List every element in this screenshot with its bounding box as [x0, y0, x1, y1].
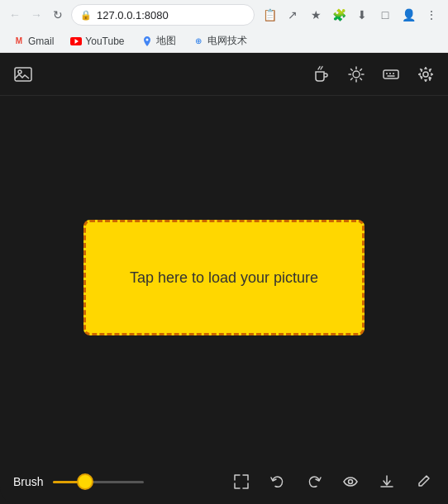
share-button[interactable]: ↗ [283, 5, 303, 25]
toolbar-right [312, 65, 435, 83]
image-icon[interactable] [13, 64, 33, 84]
svg-line-12 [360, 69, 362, 70]
bookmarks-bar: M Gmail YouTube 地图 ⊕ 电网技术 [0, 30, 448, 53]
redo-icon[interactable] [303, 470, 326, 493]
undo-icon[interactable] [266, 470, 289, 493]
nav-actions: 📋 ↗ ★ 🧩 ⬇ □ 👤 ⋮ [260, 5, 441, 25]
download-icon[interactable] [375, 470, 398, 493]
back-button[interactable]: ← [7, 7, 23, 23]
svg-rect-14 [384, 70, 398, 78]
keyboard-icon[interactable] [382, 65, 400, 83]
brush-slider[interactable] [53, 481, 144, 483]
bookmark-gmail-label: Gmail [28, 36, 54, 47]
coffee-icon[interactable] [312, 65, 331, 83]
svg-point-4 [18, 70, 21, 74]
toolbar-left [13, 64, 33, 84]
load-picture-button[interactable]: Tap here to load your picture [83, 220, 365, 335]
edit-icon[interactable] [412, 470, 435, 493]
svg-rect-3 [15, 68, 31, 81]
youtube-icon [70, 36, 82, 47]
settings-icon[interactable] [417, 65, 435, 83]
dianwang-icon: ⊕ [193, 36, 204, 47]
bottom-toolbar: Brush [0, 459, 448, 504]
tab-button[interactable]: □ [375, 5, 395, 25]
bookmark-gmail[interactable]: M Gmail [7, 32, 60, 50]
forward-button[interactable]: → [28, 7, 45, 23]
bookmark-youtube-label: YouTube [85, 36, 124, 47]
svg-point-5 [353, 71, 360, 78]
slider-track[interactable] [53, 481, 144, 483]
menu-button[interactable]: ⋮ [422, 5, 441, 25]
bottom-actions [144, 470, 435, 493]
gmail-icon: M [13, 36, 25, 47]
download-button[interactable]: ⬇ [352, 5, 372, 25]
brush-label: Brush [13, 475, 46, 488]
nav-bar: ← → ↻ 🔒 127.0.0.1:8080 📋 ↗ ★ 🧩 ⬇ □ 👤 ⋮ [0, 0, 448, 30]
bookmark-dianwang-label: 电网技术 [207, 34, 247, 48]
profile-button[interactable]: 👤 [398, 5, 418, 25]
bookmark-maps-label: 地图 [156, 34, 176, 48]
svg-point-19 [423, 72, 428, 77]
bookmark-maps[interactable]: 地图 [135, 32, 183, 50]
bookmark-dianwang[interactable]: ⊕ 电网技术 [186, 32, 254, 50]
browser-chrome: ← → ↻ 🔒 127.0.0.1:8080 📋 ↗ ★ 🧩 ⬇ □ 👤 ⋮ M… [0, 0, 448, 53]
bookmark-youtube[interactable]: YouTube [64, 32, 131, 50]
url-text: 127.0.0.1:8080 [97, 9, 169, 21]
extension-button[interactable]: 🧩 [329, 5, 349, 25]
address-bar[interactable]: 🔒 127.0.0.1:8080 [71, 4, 255, 26]
security-icon: 🔒 [80, 10, 92, 21]
svg-line-13 [351, 78, 353, 79]
bookmark-button[interactable]: ★ [306, 5, 326, 25]
canvas-area: Tap here to load your picture [0, 96, 448, 459]
slider-thumb[interactable] [77, 473, 93, 490]
brightness-icon[interactable] [347, 65, 365, 83]
svg-line-10 [351, 69, 353, 70]
cast-button[interactable]: 📋 [260, 5, 279, 25]
eye-icon[interactable] [339, 470, 362, 493]
maps-icon [141, 36, 153, 47]
expand-icon[interactable] [230, 470, 253, 493]
reload-button[interactable]: ↻ [50, 7, 66, 23]
top-toolbar [0, 53, 448, 96]
svg-point-2 [145, 38, 148, 40]
svg-point-20 [349, 480, 353, 484]
app-area: Tap here to load your picture Brush [0, 53, 448, 504]
load-picture-label: Tap here to load your picture [130, 269, 318, 287]
svg-line-11 [360, 78, 362, 79]
